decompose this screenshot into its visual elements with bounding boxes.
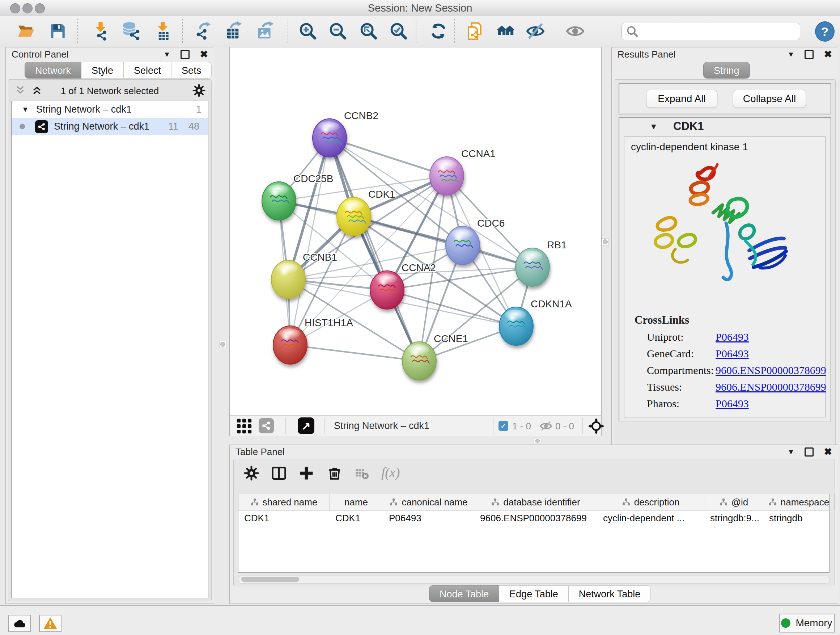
column-header-namespace[interactable]: namespace [763,494,835,510]
table-horizontal-scrollbar[interactable] [238,576,829,584]
zoom-selected-button[interactable] [388,21,409,41]
save-session-button[interactable] [48,21,68,41]
open-session-button[interactable] [16,21,36,41]
grid-view-icon[interactable] [236,418,252,434]
tab-style[interactable]: Style [81,62,124,79]
tab-network-table[interactable]: Network Table [569,585,651,602]
table-cell[interactable]: CDK1 [238,510,330,526]
export-table-button[interactable] [224,21,245,41]
memory-button[interactable]: Memory [779,614,835,632]
network-canvas[interactable]: CCNB2CCNA1CDC25BCDK1CDC6RB1CCNB1CCNA2CDK… [230,48,601,415]
network-view-title: String Network – cdk1 [334,420,429,432]
search-field[interactable] [622,23,800,40]
column-header-name[interactable]: name [330,494,383,510]
export-image-button[interactable] [256,21,276,41]
table-options-gear-icon[interactable] [244,466,259,481]
table-row[interactable]: CDK1CDK1P064939606.ENSP00000378699cyclin… [238,510,829,526]
network-node-RB1[interactable] [515,248,549,287]
import-network-file-button[interactable] [90,21,111,41]
table-cell[interactable]: stringdb [763,510,835,526]
column-type-icon [768,498,777,507]
crosslink-link[interactable]: P06493 [715,348,749,360]
panel-float-icon[interactable] [805,50,813,59]
import-network-database-button[interactable] [121,21,141,41]
column-header-shared-name[interactable]: shared name [238,494,330,510]
network-options-gear-icon[interactable] [193,84,205,97]
network-node-CCNA1[interactable] [430,157,464,195]
network-node-CDKN1A[interactable] [499,307,533,345]
panel-float-icon[interactable] [805,448,813,456]
crosslink-link[interactable]: 9606.ENSP00000378699 [715,381,826,393]
network-edge[interactable] [330,138,447,176]
network-node-CCNB1[interactable] [271,260,305,299]
crosslink-link[interactable]: P06493 [715,331,749,343]
add-column-icon[interactable] [299,466,314,481]
panel-collapse-icon[interactable]: ▼ [164,50,171,59]
section-caret-icon[interactable]: ▼ [650,122,658,131]
panel-close-icon[interactable]: ✖ [824,446,832,458]
navigator-crosshair-icon[interactable] [588,418,604,434]
hide-selected-button[interactable] [525,21,546,41]
panel-collapse-icon[interactable]: ▼ [788,448,795,456]
new-network-from-selection-button[interactable] [465,21,485,41]
crosslink-link[interactable]: 9606.ENSP00000378699 [715,364,826,377]
tab-edge-table[interactable]: Edge Table [499,585,569,602]
network-node-CDK1[interactable] [337,197,371,236]
tab-network[interactable]: Network [25,62,81,79]
column-header-description[interactable]: description [597,494,704,510]
import-table-file-button[interactable] [153,21,173,41]
delete-column-icon[interactable] [327,466,342,481]
network-edge[interactable] [290,345,419,361]
scrollbar-thumb[interactable] [241,577,299,582]
network-node-CDC25B[interactable] [262,182,296,220]
tab-node-table[interactable]: Node Table [429,585,499,602]
network-row-selected[interactable]: String Network – cdk1 11 48 [11,118,208,135]
export-network-button[interactable] [193,21,213,41]
horizontal-splitter-handle[interactable] [534,438,542,444]
apply-layout-button[interactable] [428,21,448,41]
collapse-all-button[interactable]: Collapse All [733,90,806,108]
panel-collapse-icon[interactable]: ▼ [788,50,795,59]
right-splitter-handle[interactable] [602,238,609,245]
network-node-HIST1H1A[interactable] [273,326,307,364]
hidden-eye-icon[interactable] [539,420,553,432]
panel-close-icon[interactable]: ✖ [824,49,832,60]
table-cell[interactable]: P06493 [383,510,474,526]
panel-float-icon[interactable] [180,50,189,59]
expand-all-button[interactable]: Expand All [646,90,717,108]
network-node-CCNA2[interactable] [370,271,404,309]
crosslink-link[interactable]: P06493 [715,397,749,410]
tab-sets[interactable]: Sets [172,62,212,79]
column-header-canonical-name[interactable]: canonical name [383,494,474,510]
left-splitter-handle[interactable] [219,340,226,348]
table-cell[interactable]: stringdb:9... [704,510,763,526]
zoom-out-button[interactable] [328,21,348,41]
column-header-@id[interactable]: @id [704,494,763,510]
cloud-status-button[interactable] [8,615,31,632]
first-neighbors-button[interactable] [496,21,516,41]
warning-status-button[interactable] [39,615,62,632]
table-cell[interactable]: 9606.ENSP00000378699 [474,510,597,526]
network-share-view-icon[interactable] [259,418,274,433]
network-edge[interactable] [387,290,516,326]
column-header-database-identifier[interactable]: database identifier [474,494,597,510]
selected-checkbox-icon[interactable]: ✓ [499,421,508,431]
network-node-CCNE1[interactable] [402,342,436,380]
help-button[interactable]: ? [815,21,835,42]
table-cell[interactable]: CDK1 [330,510,383,526]
zoom-fit-button[interactable] [358,21,379,41]
show-all-button[interactable] [565,21,585,41]
collection-caret-icon[interactable]: ▼ [22,105,29,114]
tab-string[interactable]: String [703,62,750,79]
table-cell[interactable]: cyclin-dependent ... [597,510,704,526]
network-edge[interactable] [290,138,330,345]
tab-select[interactable]: Select [124,62,172,79]
network-collection-row[interactable]: ▼ String Network – cdk1 1 [11,101,208,118]
network-node-CCNB2[interactable] [313,119,347,157]
show-columns-icon[interactable] [271,466,286,481]
detach-view-icon[interactable]: ↗ [298,417,314,434]
network-node-CDC6[interactable] [446,226,480,264]
zoom-in-button[interactable] [298,21,318,41]
panel-close-icon[interactable]: ✖ [200,49,208,60]
search-input[interactable] [641,26,800,38]
